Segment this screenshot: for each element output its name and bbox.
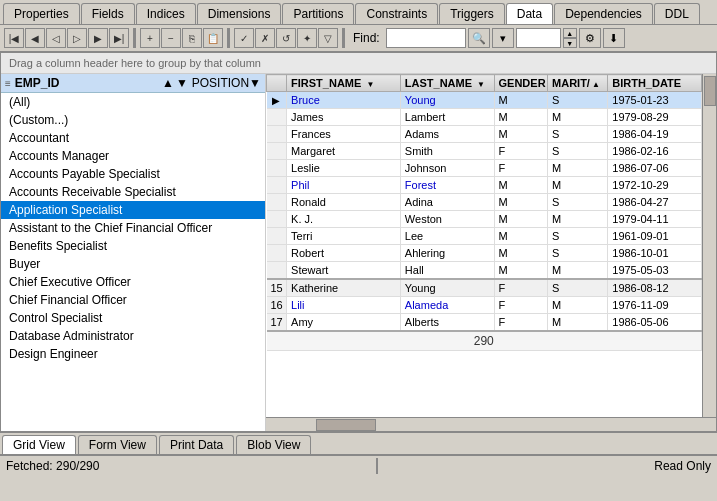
filter-list: (All) (Custom...) Accountant Accounts Ma… (1, 93, 265, 363)
filter-item-custom[interactable]: (Custom...) (1, 111, 265, 129)
filter-item-2[interactable]: Accounts Payable Specialist (1, 165, 265, 183)
row-number: 16 (267, 297, 287, 314)
tab-ddl[interactable]: DDL (654, 3, 700, 24)
tab-properties[interactable]: Properties (3, 3, 80, 24)
cell-first: Leslie (287, 160, 401, 177)
table-row: ▶ Bruce Young M S 1975-01-23 (267, 92, 702, 109)
row-arrow: ▶ (267, 92, 287, 109)
tab-dimensions[interactable]: Dimensions (197, 3, 282, 24)
cell-birth: 1961-09-01 (608, 228, 702, 245)
check-btn[interactable]: ✓ (234, 28, 254, 48)
cell-gender: M (494, 177, 548, 194)
table-row: Frances Adams M S 1986-04-19 (267, 126, 702, 143)
sep3 (342, 28, 345, 48)
first-btn[interactable]: |◀ (4, 28, 24, 48)
cell-gender: M (494, 194, 548, 211)
col-first-name[interactable]: FIRST_NAME ▼ (287, 75, 401, 92)
tab-triggers[interactable]: Triggers (439, 3, 505, 24)
filter-item-all[interactable]: (All) (1, 93, 265, 111)
cell-first: Lili (287, 297, 401, 314)
cell-last: Adina (400, 194, 494, 211)
limit-input[interactable]: 1000 (516, 28, 561, 48)
next-btn[interactable]: ▶ (88, 28, 108, 48)
refresh-btn[interactable]: ↺ (276, 28, 296, 48)
prev-page-btn[interactable]: ◁ (46, 28, 66, 48)
cell-birth: 1972-10-29 (608, 177, 702, 194)
table-row: Terri Lee M S 1961-09-01 (267, 228, 702, 245)
row-arrow (267, 143, 287, 160)
cell-birth: 1986-02-16 (608, 143, 702, 160)
tab-dependencies[interactable]: Dependencies (554, 3, 653, 24)
cell-first: Amy (287, 314, 401, 332)
find-arrow-btn[interactable]: ▾ (492, 28, 514, 48)
filter-item-7[interactable]: Buyer (1, 255, 265, 273)
cell-first: Phil (287, 177, 401, 194)
col-arrow (267, 75, 287, 92)
prev-btn[interactable]: ◀ (25, 28, 45, 48)
tab-constraints[interactable]: Constraints (355, 3, 438, 24)
tab-blob-view[interactable]: Blob View (236, 435, 311, 454)
col-marital[interactable]: MARIT/▲ (548, 75, 608, 92)
paste-btn[interactable]: 📋 (203, 28, 223, 48)
filter-item-0[interactable]: Accountant (1, 129, 265, 147)
delete-btn[interactable]: − (161, 28, 181, 48)
limit-spinner[interactable]: ▲ ▼ (563, 28, 577, 48)
action-buttons: ✓ ✗ ↺ ✦ ▽ (234, 28, 338, 48)
export-btn[interactable]: ⬇ (603, 28, 625, 48)
scrollbar-thumb[interactable] (704, 76, 716, 106)
filter-item-9[interactable]: Chief Financial Officer (1, 291, 265, 309)
tab-indices[interactable]: Indices (136, 3, 196, 24)
tab-data[interactable]: Data (506, 3, 553, 24)
next-page-btn[interactable]: ▷ (67, 28, 87, 48)
last-btn[interactable]: ▶| (109, 28, 129, 48)
filter-item-11[interactable]: Database Administrator (1, 327, 265, 345)
tab-grid-view[interactable]: Grid View (2, 435, 76, 454)
edit-buttons: + − ⎘ 📋 (140, 28, 223, 48)
col-birth-date[interactable]: BIRTH_DATE (608, 75, 702, 92)
top-tabs-bar: Properties Fields Indices Dimensions Par… (0, 0, 717, 24)
fetch-status: Fetched: 290/290 (6, 459, 99, 473)
find-label: Find: (353, 31, 380, 45)
filter-item-4[interactable]: Application Specialist (1, 201, 265, 219)
add-btn[interactable]: + (140, 28, 160, 48)
h-scrollbar-thumb[interactable] (316, 419, 376, 431)
table-row: Leslie Johnson F M 1986-07-06 (267, 160, 702, 177)
col-last-name[interactable]: LAST_NAME ▼ (400, 75, 494, 92)
table-row: Margaret Smith F S 1986-02-16 (267, 143, 702, 160)
cancel-btn[interactable]: ✗ (255, 28, 275, 48)
vertical-scrollbar[interactable] (702, 74, 716, 417)
cell-marital: M (548, 177, 608, 194)
cell-birth: 1975-05-03 (608, 262, 702, 280)
filter-item-5[interactable]: Assistant to the Chief Financial Officer (1, 219, 265, 237)
filter-item-8[interactable]: Chief Executive Officer (1, 273, 265, 291)
col-gender[interactable]: GENDER ▼ (494, 75, 548, 92)
cell-marital: M (548, 297, 608, 314)
cell-last: Forest (400, 177, 494, 194)
star-btn[interactable]: ✦ (297, 28, 317, 48)
filter-asc-icon: ▲ (162, 76, 174, 90)
cell-last: Weston (400, 211, 494, 228)
table-row: 16 Lili Alameda F M 1976-11-09 (267, 297, 702, 314)
filter-item-1[interactable]: Accounts Manager (1, 147, 265, 165)
cell-last: Young (400, 279, 494, 297)
filter-item-12[interactable]: Design Engineer (1, 345, 265, 363)
filter-item-6[interactable]: Benefits Specialist (1, 237, 265, 255)
find-input[interactable] (386, 28, 466, 48)
cell-marital: M (548, 160, 608, 177)
tab-print-data[interactable]: Print Data (159, 435, 234, 454)
tab-fields[interactable]: Fields (81, 3, 135, 24)
cell-last: Adams (400, 126, 494, 143)
tab-form-view[interactable]: Form View (78, 435, 157, 454)
settings-btn[interactable]: ⚙ (579, 28, 601, 48)
horizontal-scrollbar[interactable] (266, 417, 716, 431)
filter-header: ≡ EMP_ID ▲ ▼ POSITION ▼ (1, 74, 265, 93)
tab-partitions[interactable]: Partitions (282, 3, 354, 24)
copy-btn[interactable]: ⎘ (182, 28, 202, 48)
row-arrow (267, 262, 287, 280)
row-arrow (267, 109, 287, 126)
filter-item-10[interactable]: Control Specialist (1, 309, 265, 327)
filter-item-3[interactable]: Accounts Receivable Specialist (1, 183, 265, 201)
cell-gender: M (494, 109, 548, 126)
find-icon-btn[interactable]: 🔍 (468, 28, 490, 48)
filter-btn[interactable]: ▽ (318, 28, 338, 48)
